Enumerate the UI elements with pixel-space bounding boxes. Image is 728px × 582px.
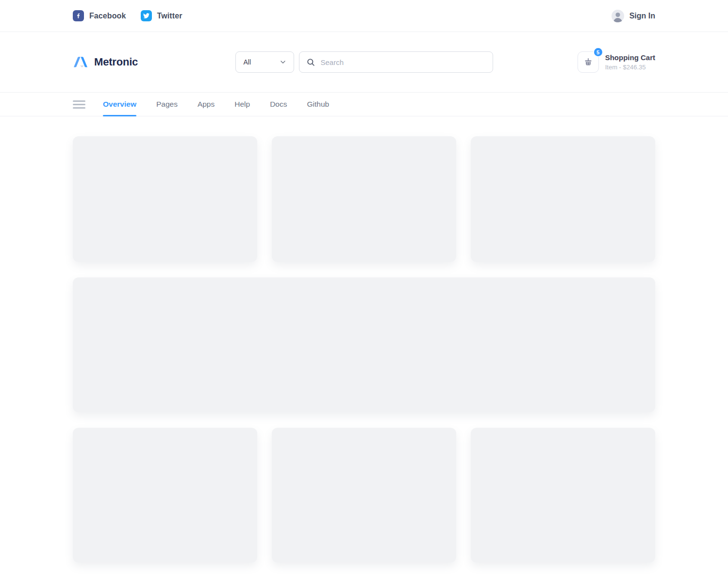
cart-text: Shopping Cart Item - $246.35 <box>605 53 655 71</box>
tab-help[interactable]: Help <box>234 93 250 116</box>
tab-apps[interactable]: Apps <box>198 93 215 116</box>
metronic-logo[interactable]: Metronic <box>73 56 138 69</box>
twitter-label: Twitter <box>157 12 182 20</box>
search-group: All <box>235 51 493 73</box>
tab-pages[interactable]: Pages <box>156 93 178 116</box>
placeholder-card <box>272 428 456 563</box>
placeholder-row-bottom <box>73 428 655 563</box>
metronic-logo-mark <box>73 56 88 69</box>
facebook-icon <box>73 10 84 21</box>
placeholder-card <box>73 136 257 262</box>
sign-in-label: Sign In <box>629 12 655 20</box>
placeholder-card-full-width <box>73 277 655 412</box>
placeholder-card <box>471 136 655 262</box>
placeholder-card <box>272 136 456 262</box>
category-selected-value: All <box>244 58 251 66</box>
facebook-link[interactable]: Facebook <box>73 10 126 21</box>
logo-text: Metronic <box>94 56 138 68</box>
tab-github[interactable]: Github <box>307 93 329 116</box>
header: Metronic All <box>0 32 728 92</box>
category-select[interactable]: All <box>235 51 294 73</box>
social-links: Facebook Twitter <box>73 10 182 21</box>
user-avatar-icon <box>612 10 624 22</box>
cart-button[interactable]: 5 <box>578 51 599 73</box>
search-input[interactable] <box>321 58 486 66</box>
main-navbar: Overview Pages Apps Help Docs Github <box>0 92 728 116</box>
cart-subtotal: Item - $246.35 <box>605 64 655 71</box>
facebook-label: Facebook <box>89 12 126 20</box>
shopping-basket-icon <box>583 57 594 67</box>
tab-overview[interactable]: Overview <box>103 93 136 116</box>
placeholder-row-top <box>73 136 655 262</box>
nav-tabs: Overview Pages Apps Help Docs Github <box>103 93 329 116</box>
shopping-cart-widget[interactable]: 5 Shopping Cart Item - $246.35 <box>578 51 655 73</box>
tab-docs[interactable]: Docs <box>270 93 287 116</box>
sign-in-button[interactable]: Sign In <box>612 10 655 22</box>
twitter-link[interactable]: Twitter <box>141 10 182 21</box>
search-icon <box>306 58 315 67</box>
chevron-down-icon <box>279 58 287 66</box>
topbar: Facebook Twitter Sign In <box>0 0 728 32</box>
placeholder-card <box>73 428 257 563</box>
cart-title: Shopping Cart <box>605 53 655 62</box>
search-box <box>299 51 493 73</box>
placeholder-card <box>471 428 655 563</box>
content-area <box>0 116 728 563</box>
hamburger-menu-icon[interactable] <box>73 100 85 109</box>
twitter-icon <box>141 10 152 21</box>
cart-count-badge: 5 <box>593 47 603 57</box>
